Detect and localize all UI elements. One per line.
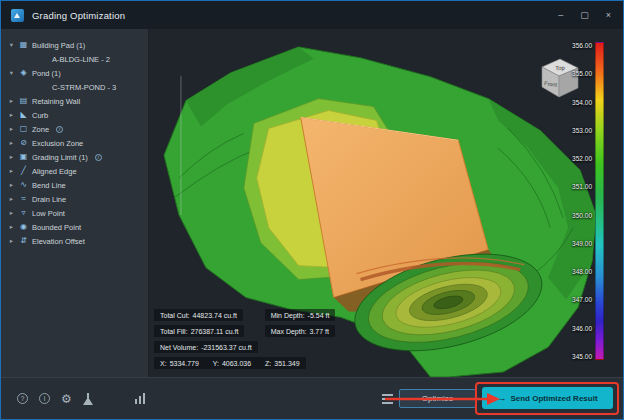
- tree-item-label: Elevation Offset: [32, 237, 85, 246]
- tree-item-label: Bend Line: [32, 181, 66, 190]
- coord-x-value: 5334.779: [170, 360, 199, 367]
- legend-tick-label: 348.00: [572, 268, 592, 275]
- legend-tick-label: 355.00: [572, 70, 592, 77]
- low-point-icon: ▿: [19, 209, 28, 217]
- coord-x-label: X:: [160, 360, 167, 367]
- tree-item-label: Aligned Edge: [32, 167, 77, 176]
- drain-line-icon: ≈: [19, 195, 28, 203]
- tree-item-label: Pond (1): [32, 69, 61, 78]
- expander-down-icon[interactable]: ▾: [8, 41, 15, 49]
- legend-tick-label: 347.00: [572, 296, 592, 303]
- legend-tick-label: 356.00: [572, 42, 592, 49]
- app-icon: [11, 9, 24, 22]
- tree-item-building-pad-1[interactable]: ▾▦Building Pad (1): [1, 38, 148, 52]
- expander-right-icon[interactable]: ▸: [8, 209, 15, 217]
- bounded-point-icon: ◉: [19, 223, 28, 231]
- legend-tick-label: 346.00: [572, 325, 592, 332]
- title-bar: Grading Optimization – ▢ ×: [1, 1, 623, 29]
- net-volume-stat: Net Volume:-231563.37 cu.ft: [154, 341, 258, 353]
- aligned-edge-icon: ╱: [19, 167, 28, 175]
- minimize-icon[interactable]: –: [558, 10, 563, 20]
- tree-item-label: Drain Line: [32, 195, 66, 204]
- sidebar: ▾▦Building Pad (1)A-BLDG-LINE - 2▾◈Pond …: [1, 29, 149, 377]
- tree-item-low-point[interactable]: ▸▿Low Point: [1, 206, 148, 220]
- tree-item-label: Zone: [32, 125, 49, 134]
- sidebar-tree: ▾▦Building Pad (1)A-BLDG-LINE - 2▾◈Pond …: [1, 38, 148, 248]
- expander-right-icon[interactable]: ▸: [8, 223, 15, 231]
- footer-icon-group: ? i ⚙: [17, 393, 145, 405]
- legend-tick-label: 345.00: [572, 353, 592, 360]
- tree-item-pond-1[interactable]: ▾◈Pond (1): [1, 66, 148, 80]
- elevation-color-bar: [595, 42, 604, 360]
- settings-icon[interactable]: ⚙: [61, 393, 72, 405]
- elevation-offset-icon: ⇵: [19, 237, 28, 245]
- tree-item-zone[interactable]: ▸▢Zonei: [1, 122, 148, 136]
- tree-item-label: Building Pad (1): [32, 41, 85, 50]
- tree-item-label: Retaining Wall: [32, 97, 80, 106]
- tree-item-elevation-offset[interactable]: ▸⇵Elevation Offset: [1, 234, 148, 248]
- chart-icon[interactable]: [135, 393, 146, 404]
- tree-item-grading-limit-1[interactable]: ▸▣Grading Limit (1)i: [1, 150, 148, 164]
- total-fill-label: Total Fill:: [160, 328, 188, 335]
- expander-right-icon[interactable]: ▸: [8, 111, 15, 119]
- total-cut-stat: Total Cut:44823.74 cu.ft: [154, 309, 243, 321]
- expander-right-icon[interactable]: ▸: [8, 237, 15, 245]
- legend-labels: 356.00355.00354.00353.00352.00351.00350.…: [572, 42, 592, 360]
- tree-item-bend-line[interactable]: ▸∿Bend Line: [1, 178, 148, 192]
- expander-right-icon[interactable]: ▸: [8, 97, 15, 105]
- expander-right-icon[interactable]: ▸: [8, 153, 15, 161]
- total-cut-label: Total Cut:: [160, 312, 190, 319]
- expander-right-icon[interactable]: ▸: [8, 125, 15, 133]
- 3d-viewport[interactable]: Top Front 356.00355.00354.00353.00352.00…: [149, 29, 623, 377]
- help-icon[interactable]: ?: [17, 393, 28, 404]
- expander-right-icon[interactable]: ▸: [8, 167, 15, 175]
- tree-item-label: Low Point: [32, 209, 65, 218]
- exclusion-zone-icon: ⊘: [19, 139, 28, 147]
- flask-icon[interactable]: [83, 393, 94, 405]
- min-depth-value: -5.54 ft: [308, 312, 330, 319]
- grading-limit-icon: ▣: [19, 153, 28, 161]
- net-volume-value: -231563.37 cu.ft: [201, 344, 252, 351]
- tree-item-drain-line[interactable]: ▸≈Drain Line: [1, 192, 148, 206]
- expander-right-icon[interactable]: ▸: [8, 139, 15, 147]
- expander-right-icon[interactable]: ▸: [8, 195, 15, 203]
- building-pad-icon: ▦: [19, 41, 28, 49]
- elevation-legend: 356.00355.00354.00353.00352.00351.00350.…: [572, 42, 604, 360]
- max-depth-stat: Max Depth:3.77 ft: [265, 325, 335, 337]
- legend-tick-label: 352.00: [572, 155, 592, 162]
- retaining-wall-icon: ▤: [19, 97, 28, 105]
- tree-item-a-bldg-line-2[interactable]: A-BLDG-LINE - 2: [1, 52, 148, 66]
- close-icon[interactable]: ×: [606, 10, 611, 20]
- info-icon[interactable]: i: [39, 393, 50, 404]
- legend-tick-label: 351.00: [572, 183, 592, 190]
- tree-item-bounded-point[interactable]: ▸◉Bounded Point: [1, 220, 148, 234]
- max-depth-value: 3.77 ft: [310, 328, 329, 335]
- legend-tick-label: 350.00: [572, 212, 592, 219]
- bend-line-icon: ∿: [19, 181, 28, 189]
- expander-down-icon[interactable]: ▾: [8, 69, 15, 77]
- optimize-button[interactable]: Optimize: [399, 389, 476, 408]
- tree-item-exclusion-zone[interactable]: ▸⊘Exclusion Zone: [1, 136, 148, 150]
- optimization-list-icon[interactable]: [382, 394, 393, 404]
- window-controls: – ▢ ×: [558, 10, 613, 20]
- tree-item-retaining-wall[interactable]: ▸▤Retaining Wall: [1, 94, 148, 108]
- grading-optimization-window: Grading Optimization – ▢ × ▾▦Building Pa…: [0, 0, 624, 420]
- tree-item-c-strm-pond-3[interactable]: C-STRM-POND - 3: [1, 80, 148, 94]
- cursor-coordinates: X:5334.779 Y:4063.036 Z:351.349: [154, 357, 306, 369]
- info-icon[interactable]: i: [56, 126, 63, 133]
- main-area: ▾▦Building Pad (1)A-BLDG-LINE - 2▾◈Pond …: [1, 29, 623, 377]
- expander-right-icon[interactable]: ▸: [8, 181, 15, 189]
- coord-z-label: Z:: [265, 360, 271, 367]
- tree-item-aligned-edge[interactable]: ▸╱Aligned Edge: [1, 164, 148, 178]
- zone-icon: ▢: [19, 125, 28, 133]
- maximize-icon[interactable]: ▢: [580, 10, 589, 20]
- send-arrow-icon: →: [497, 393, 506, 403]
- tree-item-label: Exclusion Zone: [32, 139, 83, 148]
- view-cube-top-label: Top: [555, 65, 566, 71]
- tree-item-curb[interactable]: ▸◣Curb: [1, 108, 148, 122]
- total-fill-value: 276387.11 cu.ft: [191, 328, 239, 335]
- info-icon[interactable]: i: [95, 154, 102, 161]
- send-optimized-result-button[interactable]: → Send Optimized Result: [482, 387, 613, 409]
- stats-overlay: Total Cut:44823.74 cu.ft Min Depth:-5.54…: [154, 309, 335, 369]
- curb-icon: ◣: [19, 111, 28, 119]
